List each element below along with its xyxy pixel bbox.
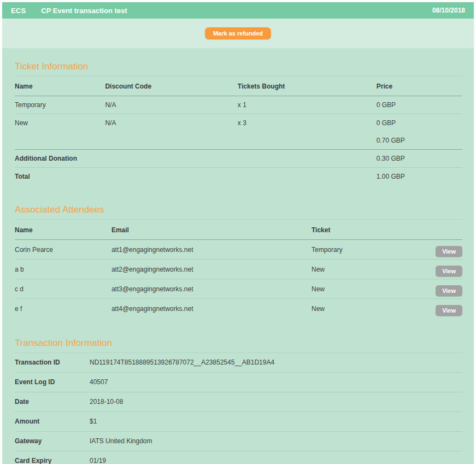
transaction-date: 08/10/2018 [432, 7, 465, 14]
associated-attendees-section: Associated Attendees Name Email Ticket C… [15, 204, 462, 319]
column-header-discount-code: Discount Code [105, 83, 237, 90]
table-row: Temporary N/A x 1 0 GBP [15, 96, 462, 114]
attendee-email: att2@engagingnetworks.net [111, 266, 312, 273]
table-row: a b att2@engagingnetworks.net New View [15, 260, 462, 279]
table-row: c d att3@engagingnetworks.net New View [15, 279, 462, 299]
amount-value: $1 [90, 418, 462, 425]
attendee-ticket: Temporary [312, 246, 424, 254]
attendee-name: c d [15, 285, 111, 293]
table-row: 0.70 GBP [15, 132, 462, 150]
gateway-value: IATS United Kingdom [90, 437, 462, 445]
attendee-name: a b [15, 266, 111, 273]
attendee-ticket: New [312, 285, 424, 293]
table-row: Transaction ID ND119174T8518889513926787… [15, 353, 462, 373]
ticket-discount-code: N/A [105, 101, 237, 109]
view-attendee-button[interactable]: View [436, 305, 462, 316]
app-logo-text: ECS [11, 7, 26, 15]
event-log-id-value: 40507 [90, 378, 462, 386]
ticket-information-heading: Ticket Information [15, 61, 462, 77]
ticket-price: 0.70 GBP [377, 137, 462, 144]
attendee-email: att1@engagingnetworks.net [111, 246, 312, 254]
card-expiry-value: 01/19 [90, 457, 462, 464]
ticket-information-section: Ticket Information Name Discount Code Ti… [15, 61, 462, 185]
top-bar: ECS CP Event transaction test 08/10/2018 [2, 2, 474, 19]
column-header-tickets-bought: Tickets Bought [238, 83, 377, 90]
table-row: Additional Donation 0.30 GBP [15, 150, 462, 168]
total-label: Total [15, 173, 377, 180]
table-row: Event Log ID 40507 [15, 373, 462, 392]
total-price: 1.00 GBP [377, 173, 462, 180]
ticket-discount-code: N/A [105, 119, 237, 127]
ticket-quantity: x 3 [238, 119, 377, 127]
ticket-quantity: x 1 [238, 101, 377, 109]
attendee-name: e f [15, 305, 111, 313]
page-frame: ECS CP Event transaction test 08/10/2018… [2, 2, 474, 464]
content-area: Ticket Information Name Discount Code Ti… [2, 61, 474, 464]
mark-as-refunded-button[interactable]: Mark as refunded [205, 27, 271, 39]
date-value: 2018-10-08 [90, 398, 462, 406]
column-header-email: Email [111, 226, 312, 234]
view-attendee-button[interactable]: View [436, 246, 462, 257]
event-log-id-label: Event Log ID [15, 378, 90, 386]
column-header-ticket: Ticket [312, 226, 424, 234]
table-row: Date 2018-10-08 [15, 392, 462, 412]
transaction-information-section: Transaction Information Transaction ID N… [15, 338, 462, 464]
attendees-table-header: Name Email Ticket [15, 220, 462, 240]
table-row: e f att4@engagingnetworks.net New View [15, 299, 462, 319]
ticket-name: Temporary [15, 101, 105, 109]
column-header-price: Price [377, 83, 462, 90]
page-title: CP Event transaction test [41, 7, 432, 15]
ticket-table-header: Name Discount Code Tickets Bought Price [15, 77, 462, 96]
ticket-price: 0 GBP [377, 101, 462, 109]
column-header-name: Name [15, 226, 111, 234]
table-row: Corin Pearce att1@engagingnetworks.net T… [15, 240, 462, 260]
transaction-information-heading: Transaction Information [15, 338, 462, 353]
amount-label: Amount [15, 418, 90, 425]
table-row: New N/A x 3 0 GBP [15, 114, 462, 132]
associated-attendees-heading: Associated Attendees [15, 204, 462, 220]
transaction-id-label: Transaction ID [15, 359, 90, 366]
additional-donation-price: 0.30 GBP [377, 155, 462, 162]
ticket-price: 0 GBP [377, 119, 462, 127]
attendee-ticket: New [312, 266, 424, 273]
table-row: Card Expiry 01/19 [15, 451, 462, 464]
date-label: Date [15, 398, 90, 406]
card-expiry-label: Card Expiry [15, 457, 90, 464]
table-row: Total 1.00 GBP [15, 168, 462, 185]
gateway-label: Gateway [15, 437, 90, 445]
view-attendee-button[interactable]: View [436, 266, 462, 277]
column-header-name: Name [15, 83, 105, 90]
table-row: Gateway IATS United Kingdom [15, 432, 462, 451]
table-row: Amount $1 [15, 412, 462, 432]
attendee-ticket: New [312, 305, 424, 313]
ticket-name: New [15, 119, 105, 127]
attendee-email: att3@engagingnetworks.net [111, 285, 312, 293]
view-attendee-button[interactable]: View [436, 285, 462, 296]
attendee-name: Corin Pearce [15, 246, 111, 254]
additional-donation-label: Additional Donation [15, 155, 377, 162]
action-band: Mark as refunded [2, 19, 474, 48]
transaction-id-value: ND119174T8518889513926787072__A23852545_… [90, 359, 462, 366]
attendee-email: att4@engagingnetworks.net [111, 305, 312, 313]
